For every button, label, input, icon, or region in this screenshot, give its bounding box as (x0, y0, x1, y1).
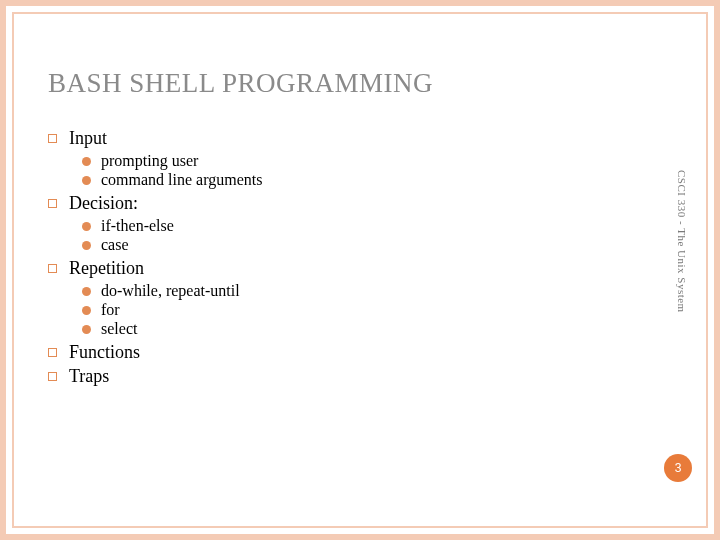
sub-list: do-while, repeat-until for select (82, 282, 608, 338)
slide-title: BASH SHELL PROGRAMMING (48, 68, 433, 99)
sub-list-label: case (101, 236, 129, 254)
bullet-list: Input prompting user command line argume… (48, 128, 608, 390)
list-item-label: Input (69, 128, 107, 149)
list-item-label: Repetition (69, 258, 144, 279)
list-item: Functions (48, 342, 608, 363)
sub-list-item: select (82, 320, 608, 338)
circle-bullet-icon (82, 222, 91, 231)
circle-bullet-icon (82, 157, 91, 166)
list-item-label: Decision: (69, 193, 138, 214)
sub-list-label: do-while, repeat-until (101, 282, 240, 300)
circle-bullet-icon (82, 176, 91, 185)
sub-list-item: if-then-else (82, 217, 608, 235)
sub-list-item: for (82, 301, 608, 319)
list-item: Traps (48, 366, 608, 387)
page-number-badge: 3 (664, 454, 692, 482)
list-item: Decision: (48, 193, 608, 214)
circle-bullet-icon (82, 241, 91, 250)
list-item: Input (48, 128, 608, 149)
sub-list-item: do-while, repeat-until (82, 282, 608, 300)
list-item-label: Functions (69, 342, 140, 363)
square-bullet-icon (48, 372, 57, 381)
sub-list: if-then-else case (82, 217, 608, 254)
sub-list-label: select (101, 320, 137, 338)
sub-list-label: if-then-else (101, 217, 174, 235)
square-bullet-icon (48, 199, 57, 208)
sub-list-item: command line arguments (82, 171, 608, 189)
sub-list-label: prompting user (101, 152, 198, 170)
sub-list-label: for (101, 301, 120, 319)
circle-bullet-icon (82, 306, 91, 315)
square-bullet-icon (48, 264, 57, 273)
footer-text: CSCI 330 - The Unix System (676, 170, 688, 313)
circle-bullet-icon (82, 325, 91, 334)
circle-bullet-icon (82, 287, 91, 296)
list-item-label: Traps (69, 366, 109, 387)
sub-list-item: prompting user (82, 152, 608, 170)
sub-list-label: command line arguments (101, 171, 262, 189)
square-bullet-icon (48, 134, 57, 143)
sub-list-item: case (82, 236, 608, 254)
list-item: Repetition (48, 258, 608, 279)
square-bullet-icon (48, 348, 57, 357)
sub-list: prompting user command line arguments (82, 152, 608, 189)
